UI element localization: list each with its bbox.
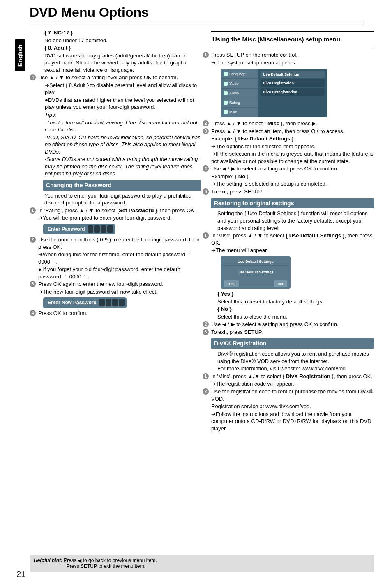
dialog-header: Use Default Settings — [222, 258, 289, 266]
cp-step2c: ● If you forget your old four-digit pass… — [38, 266, 201, 280]
enter-password-box: Enter Password — [43, 224, 115, 234]
divx-header: DivX® Registration — [211, 338, 374, 349]
divx-step-1: 1 — [203, 373, 209, 379]
divx-desc1: DivX® registration code allows you to re… — [211, 350, 374, 365]
misc-step2-text: Press ▲ / ▼ to select { Misc }, then pre… — [211, 120, 374, 127]
lock-icon — [224, 101, 228, 105]
cp-step1b: ➔You will be prompted to enter your four… — [38, 214, 201, 222]
video-icon — [224, 82, 228, 86]
restore-step-3: 3 — [203, 329, 209, 335]
adult-desc: DVD softwares of any grades (adult/gener… — [44, 52, 201, 74]
divx-step-2: 2 — [203, 388, 209, 395]
misc-step-1: 1 — [203, 52, 209, 58]
tip2: -VCD, SVCD, CD have no level indication,… — [38, 134, 201, 156]
rating-step4b: ➔Select { 8.Adult } to disable parental … — [38, 82, 201, 96]
misc-step3-text: Press ▲ / ▼ to select an item, then pres… — [211, 128, 374, 135]
misc-heading: Using the Misc (Miscellaneous) setup men… — [211, 35, 374, 44]
menu-item-default: Use Default Settings — [261, 71, 325, 78]
step-badge-1: 1 — [30, 207, 36, 214]
cp-intro: You need to enter your four-digit passwo… — [38, 192, 201, 207]
menu-item-divx-dereg: DivX Deregistration — [261, 88, 325, 96]
restore-step2-text: Use ◀ / ▶ to select a setting and press … — [211, 321, 374, 328]
cp-step2: Use the number buttons ( 0-9 ) to enter … — [38, 236, 201, 250]
left-column: { 7. NC-17 } No one under 17 admitted. {… — [38, 29, 201, 432]
page-title: DVD Menu Options — [0, 0, 392, 22]
divx-step1-text: In 'Misc', press ▲/▼ to select { DivX Re… — [211, 373, 374, 380]
restore-header: Restoring to original settings — [211, 198, 374, 209]
restore-step1b: ➔The menu will appear. — [211, 247, 374, 254]
nc17-desc: No one under 17 admitted. — [44, 37, 201, 44]
step-badge-3: 3 — [30, 281, 36, 287]
divx-desc2: For more information, visit website: www… — [211, 365, 374, 372]
globe-icon — [224, 72, 228, 76]
audio-icon — [224, 91, 228, 95]
divx-step1b: ➔The registration code will appear. — [211, 380, 374, 388]
language-side-tab: English — [15, 39, 25, 71]
gear-icon — [224, 110, 228, 114]
system-setup-menu: Language Video Audio Rating Misc Use Def… — [221, 69, 327, 117]
restore-step3-text: To exit, press SETUP. — [211, 328, 374, 336]
step-badge-2: 2 — [30, 237, 36, 243]
misc-step3c: ➔The options for the selected item appea… — [211, 143, 374, 150]
nc17-label: { 7. NC-17 } — [44, 29, 201, 37]
restore-step-1: 1 — [203, 232, 209, 239]
misc-step-3: 3 — [203, 128, 209, 134]
restore-intro: Setting the { Use Default Settings } fun… — [211, 210, 374, 232]
dialog-body: Use Default Settings — [222, 266, 289, 280]
cp-step1: In 'Rating', press ▲ / ▼ to select {Set … — [38, 207, 201, 214]
misc-step4-ex: Example: { No } — [211, 173, 374, 180]
misc-step5-text: To exit, press SETUP. — [211, 188, 374, 195]
step-badge-4b: 4 — [30, 310, 36, 316]
hint1: Press ◀ to go back to previous menu item… — [64, 558, 157, 563]
dialog-yes-button: Yes — [224, 280, 239, 287]
cp-step3b: ➔The new four-digit password will now ta… — [38, 288, 201, 296]
misc-step-2: 2 — [203, 120, 209, 126]
enter-new-password-label: Enter New Password — [45, 299, 99, 306]
enter-password-label: Enter Password — [45, 226, 88, 232]
misc-step3-ex: Example: { Use Default Settings } — [211, 135, 374, 142]
misc-step3d: ➔If the selection in the menu is greyed … — [211, 150, 374, 165]
rating-step4: Use ▲ / ▼ to select a rating level and p… — [38, 74, 201, 81]
use-default-dialog: Use Default Settings Use Default Setting… — [221, 256, 291, 289]
menu-video: Video — [221, 79, 258, 88]
changing-password-header: Changing the Password — [43, 180, 201, 191]
step-badge-4: 4 — [30, 74, 36, 80]
menu-misc: Misc — [221, 108, 258, 117]
menu-language: Language — [221, 69, 258, 79]
restore-step1-text: In 'Misc', press ▲ / ▼ to select { Use D… — [211, 232, 374, 246]
cp-step2b: ➔When doing this for the first time, ent… — [38, 251, 201, 265]
no-desc: Select this to close the menu. — [217, 313, 374, 321]
right-column: Using the Misc (Miscellaneous) setup men… — [211, 29, 374, 432]
adult-label: { 8. Adult } — [44, 44, 201, 52]
yes-label: { Yes } — [217, 290, 374, 298]
footer: Helpful hint: Press ◀ to go back to prev… — [30, 555, 374, 572]
cp-step3: Press OK again to enter the new four-dig… — [38, 280, 201, 288]
tip3: -Some DVDs are not coded with a rating t… — [38, 156, 201, 177]
restore-step-2: 2 — [203, 321, 209, 327]
menu-audio: Audio — [221, 89, 258, 98]
rating-step4c: ●DVDs that are rated higher than the lev… — [38, 96, 201, 111]
tip1: -This feature will not limit viewing if … — [38, 119, 201, 133]
misc-step4-text: Use ◀ / ▶ to select a setting and press … — [211, 165, 374, 172]
misc-step-4: 4 — [203, 165, 209, 172]
menu-item-divx-reg: DivX Registration — [261, 79, 325, 87]
no-label: { No } — [217, 305, 374, 313]
cp-step4: Press OK to confirm. — [38, 310, 201, 317]
enter-new-password-box: Enter New Password — [43, 297, 127, 308]
dialog-no-button: No — [274, 280, 287, 287]
divx-step2-text: Use the registration code to rent or pur… — [211, 388, 374, 402]
misc-step1b: ➔ The system setup menu appears. — [211, 59, 374, 67]
helpful-hint-box: Helpful hint: Press ◀ to go back to prev… — [30, 555, 374, 572]
hint-label: Helpful hint: — [34, 558, 62, 563]
page-number: 21 — [16, 570, 25, 579]
menu-rating: Rating — [221, 98, 258, 108]
yes-desc: Select this to reset to factory default … — [217, 298, 374, 305]
hint2: Press SETUP to exit the menu item. — [34, 563, 145, 569]
misc-step-5: 5 — [203, 188, 209, 195]
misc-step4c: ➔The setting is selected and setup is co… — [211, 180, 374, 188]
divx-step2b: Registration service at www.divx.com/vod… — [211, 403, 374, 410]
tips-label: Tips: — [38, 111, 201, 119]
divx-step2c: ➔Follow the instructions and download th… — [211, 411, 374, 432]
misc-step1-text: Press SETUP on the remote control. — [211, 51, 374, 59]
